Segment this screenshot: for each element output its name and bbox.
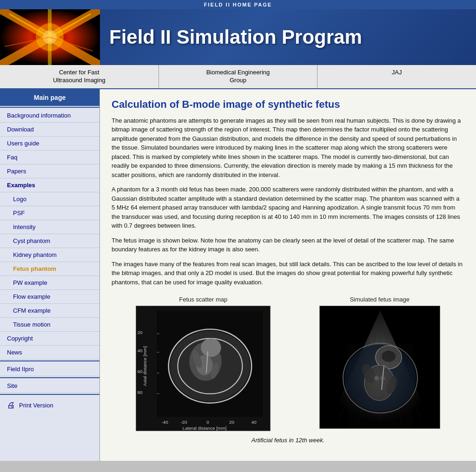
svg-text:-40: -40 <box>162 420 169 425</box>
sidebar-divider-4 <box>0 394 99 395</box>
sidebar-divider-3 <box>0 377 99 378</box>
svg-text:20: 20 <box>229 420 235 425</box>
sidebar-item-papers[interactable]: Papers <box>0 164 99 178</box>
content-area: Calculation of B-mode image of synthetic… <box>100 89 476 461</box>
sidebar-item-fetus-phantom[interactable]: Fetus phantom <box>0 262 99 276</box>
tab-center[interactable]: Center for Fast Ultrasound Imaging <box>0 65 159 88</box>
sidebar-item-cyst-phantom[interactable]: Cyst phantom <box>0 234 99 248</box>
header-title: Field II Simulation Program <box>109 26 362 48</box>
header-logo <box>0 9 100 65</box>
scatter-map-title: Fetus scatter map <box>179 296 227 303</box>
sidebar-item-cfm-example[interactable]: CFM example <box>0 304 99 318</box>
top-bar: FIELD II HOME PAGE <box>0 0 476 9</box>
header: Field II Simulation Program <box>0 9 476 65</box>
sidebar-item-main-page[interactable]: Main page <box>0 89 99 106</box>
sidebar-item-faq[interactable]: Faq <box>0 151 99 164</box>
svg-text:40: 40 <box>251 420 257 425</box>
main-layout: Main page Background information Downloa… <box>0 89 476 461</box>
sidebar-item-logo[interactable]: Logo <box>0 192 99 206</box>
tab-jaj[interactable]: JAJ <box>317 65 476 88</box>
header-title-area: Field II Simulation Program <box>100 9 476 65</box>
print-version-area[interactable]: 🖨 Print Version <box>0 396 99 415</box>
print-version-label: Print Version <box>19 402 53 409</box>
paragraph-3: The fetus image is shown below. Note how… <box>112 236 464 254</box>
sidebar-item-examples[interactable]: Examples <box>0 178 99 192</box>
paragraph-1: The anatomic phantoms are attempts to ge… <box>112 116 464 180</box>
image-caption: Artificial fetus in 12th week. <box>112 436 464 445</box>
scatter-map-block: Fetus scatter map <box>136 296 271 431</box>
sidebar-item-download[interactable]: Download <box>0 123 99 137</box>
sidebar: Main page Background information Downloa… <box>0 89 100 461</box>
sidebar-item-site[interactable]: Site <box>0 379 99 393</box>
fetus-ultrasound-image <box>319 306 440 429</box>
svg-text:20: 20 <box>138 330 143 335</box>
page-title: Calculation of B-mode image of synthetic… <box>112 98 464 111</box>
svg-point-16 <box>201 339 221 357</box>
svg-text:-20: -20 <box>180 420 187 425</box>
sidebar-item-pw-example[interactable]: PW example <box>0 276 99 290</box>
sidebar-item-news[interactable]: News <box>0 346 99 360</box>
sidebar-divider-2 <box>0 361 99 361</box>
sidebar-item-background[interactable]: Background information <box>0 109 99 123</box>
scatter-map-image: 20 40 60 80 -40 -20 0 20 40 Lateral dist… <box>136 306 271 431</box>
sidebar-item-psf[interactable]: PSF <box>0 206 99 220</box>
sidebar-item-intensity[interactable]: Intensity <box>0 220 99 234</box>
sidebar-item-field-ii-pro[interactable]: Field IIpro <box>0 362 99 376</box>
paragraph-4: The images have many of the features fro… <box>112 260 464 287</box>
nav-tabs: Center for Fast Ultrasound Imaging Biome… <box>0 65 476 89</box>
simulated-image-block: Simulated fetus image <box>319 296 440 431</box>
svg-text:Lateral distance [mm]: Lateral distance [mm] <box>183 426 227 431</box>
svg-text:Axial distance [mm]: Axial distance [mm] <box>142 346 147 386</box>
sidebar-divider-1 <box>0 107 99 108</box>
sidebar-item-copyright[interactable]: Copyright <box>0 332 99 346</box>
printer-icon: 🖨 <box>7 400 15 410</box>
sidebar-item-flow-example[interactable]: Flow example <box>0 290 99 304</box>
sidebar-item-users-guide[interactable]: Users guide <box>0 137 99 151</box>
sidebar-item-tissue-motion[interactable]: Tissue motion <box>0 318 99 332</box>
top-bar-text: FIELD II HOME PAGE <box>204 2 272 7</box>
paragraph-2: A phantom for a 3 month old fetus has be… <box>112 185 464 230</box>
simulated-title: Simulated fetus image <box>350 296 410 303</box>
sidebar-item-kidney-phantom[interactable]: Kidney phantom <box>0 248 99 262</box>
tab-biomedical[interactable]: Biomedical Engineering Group <box>159 65 318 88</box>
header-logo-image <box>0 9 100 65</box>
svg-text:0: 0 <box>206 420 209 425</box>
svg-text:80: 80 <box>138 390 143 395</box>
images-row: Fetus scatter map <box>112 296 464 431</box>
